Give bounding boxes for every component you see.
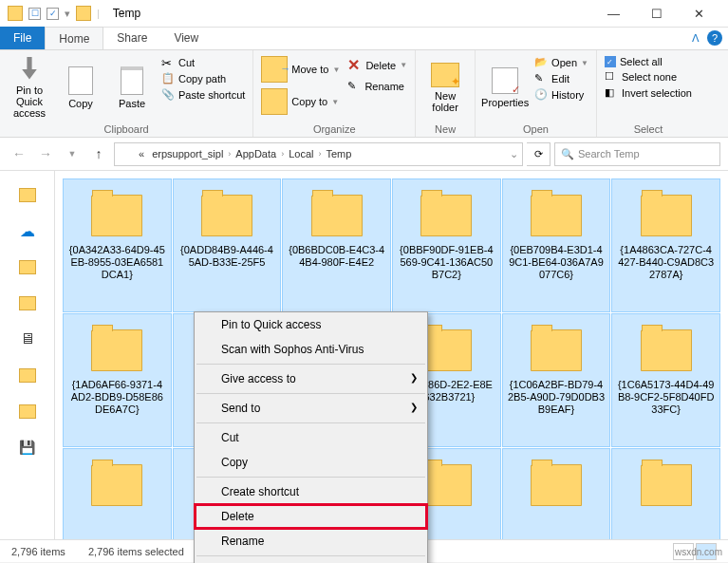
maximize-button[interactable]: ☐ (635, 0, 678, 28)
ctx-create-shortcut[interactable]: Create shortcut (195, 479, 427, 504)
folder-icon (531, 329, 582, 371)
folder-item[interactable]: {0B6BDC0B-E4C3-44B4-980F-E4E2 (282, 178, 391, 312)
forward-button[interactable]: → (34, 142, 57, 165)
tab-view[interactable]: View (160, 27, 212, 49)
folder-item[interactable]: {1AD6AF66-9371-4AD2-BDB9-D58E86DE6A7C} (63, 313, 172, 447)
recent-locations[interactable]: ▼ (61, 142, 84, 165)
qat-properties[interactable]: ☐ (28, 8, 41, 20)
navigation-pane[interactable]: ☁ 🖥 💾 (0, 171, 55, 539)
invert-selection-button[interactable]: ◧Invert selection (605, 86, 692, 100)
paste-button[interactable]: Paste (108, 54, 156, 122)
up-button[interactable]: ↑ (87, 142, 110, 165)
onedrive-icon[interactable]: ☁ (20, 222, 35, 240)
folder-item[interactable]: {1C06A2BF-BD79-42B5-A90D-79D0DB3B9EAF} (502, 313, 611, 447)
back-button[interactable]: ← (8, 142, 30, 165)
rename-button[interactable]: ✎Rename (347, 80, 407, 93)
qat-dropdown[interactable]: ▾ (65, 8, 70, 20)
breadcrumb-1[interactable]: erpsupport_sipl (149, 146, 226, 161)
edit-button[interactable]: ✎Edit (534, 72, 588, 85)
minimize-button[interactable]: — (592, 0, 635, 28)
folder-item[interactable] (611, 448, 720, 539)
ctx-pin[interactable]: Pin to Quick access (195, 312, 427, 337)
close-button[interactable]: ✕ (678, 0, 720, 28)
properties-button[interactable]: Properties (481, 54, 529, 122)
tab-share[interactable]: Share (103, 27, 160, 49)
folder-name: {1A4863CA-727C-4427-B440-C9AD8C32787A} (615, 244, 717, 281)
folder-icon (91, 464, 142, 506)
ctx-send-to[interactable]: Send to (195, 396, 427, 421)
search-input[interactable]: 🔍 Search Temp (554, 142, 720, 166)
folder-item[interactable] (502, 448, 611, 539)
new-folder-button[interactable]: New folder (421, 54, 469, 122)
properties-icon (492, 67, 518, 94)
qat-check[interactable]: ✓ (47, 8, 59, 20)
history-icon: 🕑 (534, 88, 548, 102)
selectall-label: Select all (620, 56, 663, 67)
help-icon[interactable]: ? (707, 30, 722, 46)
pin-to-quick-access-button[interactable]: Pin to Quick access (6, 54, 53, 122)
navpane-folder-icon[interactable] (19, 368, 36, 383)
paste-icon (121, 66, 143, 95)
ctx-properties[interactable]: Properties (195, 558, 427, 563)
folder-name: {0A342A33-64D9-45EB-8955-03EA6581DCA1} (66, 244, 168, 281)
folder-item[interactable]: {0ADD84B9-A446-45AD-B33E-25F5 (173, 178, 282, 312)
folder-item[interactable]: {1A4863CA-727C-4427-B440-C9AD8C32787A} (611, 178, 720, 312)
folder-icon (531, 195, 582, 236)
delete-button[interactable]: ✕Delete ▼ (347, 56, 407, 74)
navpane-folder-icon[interactable] (19, 404, 36, 419)
copy-path-button[interactable]: 📋Copy path (161, 72, 245, 85)
ctx-delete[interactable]: Delete (195, 504, 427, 529)
breadcrumb-root[interactable]: « (136, 146, 147, 161)
folder-icon (420, 464, 472, 506)
collapse-ribbon-icon[interactable]: ᐱ (692, 32, 700, 45)
folder-icon-2 (76, 6, 91, 21)
copyto-icon (261, 88, 288, 115)
tab-file[interactable]: File (0, 27, 45, 49)
copy-to-button[interactable]: Copy to ▼ (261, 88, 340, 115)
ctx-cut[interactable]: Cut (195, 425, 427, 450)
open-button[interactable]: 📂Open ▼ (534, 56, 588, 69)
folder-item[interactable]: {0BBF90DF-91EB-4569-9C41-136AC50B7C2} (392, 178, 501, 312)
invert-icon: ◧ (605, 86, 618, 100)
refresh-button[interactable]: ⟳ (527, 142, 551, 166)
ctx-rename[interactable]: Rename (195, 529, 427, 554)
folder-name: {1AD6AF66-9371-4AD2-BDB9-D58E86DE6A7C} (66, 379, 168, 416)
folder-item[interactable] (63, 448, 172, 539)
navpane-folder-icon[interactable] (19, 296, 36, 310)
copy-button[interactable]: Copy (57, 54, 104, 122)
ctx-copy[interactable]: Copy (195, 450, 427, 475)
history-button[interactable]: 🕑History (534, 88, 588, 102)
folder-name: {0B6BDC0B-E4C3-44B4-980F-E4E2 (286, 244, 387, 269)
ctx-give-access[interactable]: Give access to (195, 366, 427, 391)
tab-home[interactable]: Home (45, 27, 103, 49)
folder-icon (420, 329, 472, 371)
folder-item[interactable]: {0A342A33-64D9-45EB-8955-03EA6581DCA1} (63, 178, 172, 312)
navpane-folder-icon[interactable] (19, 188, 36, 202)
drive-icon[interactable]: 💾 (19, 440, 35, 455)
select-none-button[interactable]: ☐Select none (605, 70, 692, 84)
ctx-separator (196, 555, 425, 556)
breadcrumb-3[interactable]: Local (286, 146, 316, 161)
thispc-icon[interactable]: 🖥 (20, 330, 35, 347)
breadcrumb-4[interactable]: Temp (323, 146, 354, 161)
ctx-scan[interactable]: Scan with Sophos Anti-Virus (195, 337, 427, 362)
open-label: Open (551, 57, 577, 68)
selectall-icon: ✓ (605, 56, 616, 67)
edit-label: Edit (551, 73, 569, 84)
move-to-button[interactable]: Move to ▼ (261, 56, 340, 83)
cut-button[interactable]: Cut (161, 56, 245, 69)
paste-shortcut-button[interactable]: 📎Paste shortcut (161, 88, 245, 102)
folder-item[interactable]: {1C6A5173-44D4-49B8-9CF2-5F8D40FD33FC} (611, 313, 720, 447)
folder-name: {0BBF90DF-91EB-4569-9C41-136AC50B7C2} (396, 244, 497, 281)
folder-icon (91, 329, 142, 371)
folder-item[interactable]: {0EB709B4-E3D1-49C1-BE64-036A7A9077C6} (502, 178, 611, 312)
invert-label: Invert selection (622, 87, 692, 99)
folder-icon (311, 195, 363, 236)
navpane-folder-icon[interactable] (19, 260, 36, 274)
breadcrumb-2[interactable]: AppData (233, 146, 279, 161)
folder-icon (531, 464, 582, 506)
address-bar[interactable]: « erpsupport_sipl› AppData› Local› Temp … (114, 142, 523, 166)
select-all-button[interactable]: ✓Select all (605, 56, 692, 67)
folder-name: {1C6A5173-44D4-49B8-9CF2-5F8D40FD33FC} (615, 379, 717, 416)
copyto-label: Copy to (291, 96, 327, 107)
